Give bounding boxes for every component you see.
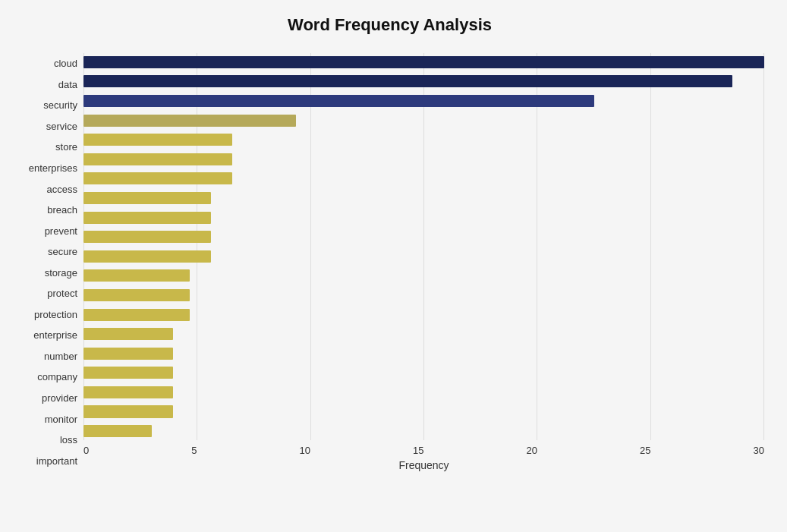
bar-row-protect	[83, 267, 764, 285]
y-label-number: number	[44, 346, 77, 367]
bar-company	[83, 348, 173, 360]
bar-security	[83, 95, 594, 107]
y-label-access: access	[47, 178, 77, 200]
chart-area: clouddatasecurityservicestoreenterprises…	[15, 53, 764, 471]
x-tick-30: 30	[754, 445, 764, 456]
bar-protection	[83, 289, 190, 301]
bar-row-security	[83, 92, 764, 110]
x-tick-25: 25	[640, 445, 650, 456]
chart-container: Word Frequency Analysis clouddatasecurit…	[0, 0, 787, 532]
bar-row-access	[83, 170, 764, 188]
bar-row-breach	[83, 189, 764, 207]
x-tick-15: 15	[413, 445, 423, 456]
bar-row-service	[83, 112, 764, 130]
bar-data	[83, 75, 732, 87]
bar-prevent	[83, 212, 211, 224]
bar-row-number	[83, 325, 764, 343]
y-label-cloud: cloud	[54, 53, 77, 74]
x-tick-0: 0	[83, 445, 89, 456]
y-label-protection: protection	[34, 304, 77, 326]
bar-row-storage	[83, 247, 764, 266]
bar-protect	[83, 269, 190, 282]
bar-row-provider	[83, 364, 764, 382]
bar-breach	[83, 192, 211, 204]
y-label-loss: loss	[60, 430, 77, 451]
y-label-breach: breach	[47, 200, 77, 221]
plot-area: 051015202530 Frequency	[83, 53, 764, 471]
chart-title: Word Frequency Analysis	[15, 15, 764, 35]
y-label-data: data	[58, 74, 77, 96]
bar-row-enterprise	[83, 306, 764, 324]
bar-row-important	[83, 422, 764, 440]
y-label-security: security	[43, 95, 77, 116]
grid-and-bars	[83, 53, 764, 440]
bar-enterprise	[83, 309, 190, 321]
y-axis: clouddatasecurityservicestoreenterprises…	[15, 53, 83, 471]
y-label-protect: protect	[47, 283, 77, 304]
y-label-service: service	[46, 116, 77, 137]
bar-row-secure	[83, 228, 764, 246]
bars-wrapper	[83, 53, 764, 440]
y-label-prevent: prevent	[45, 220, 77, 241]
bar-provider	[83, 367, 173, 379]
y-label-provider: provider	[42, 388, 77, 409]
bar-enterprises	[83, 153, 232, 165]
bar-loss	[83, 405, 173, 417]
y-label-important: important	[36, 450, 77, 471]
bar-row-prevent	[83, 209, 764, 227]
bar-row-store	[83, 131, 764, 149]
y-label-storage: storage	[45, 262, 77, 283]
y-label-company: company	[37, 367, 77, 388]
bar-row-data	[83, 73, 764, 91]
bar-service	[83, 115, 296, 127]
bar-important	[83, 425, 152, 437]
bar-row-enterprises	[83, 150, 764, 168]
bar-store	[83, 134, 232, 146]
bar-row-monitor	[83, 383, 764, 401]
y-label-enterprise: enterprise	[33, 325, 77, 346]
x-axis-label: Frequency	[83, 459, 764, 471]
x-tick-20: 20	[527, 445, 537, 456]
y-label-enterprises: enterprises	[29, 158, 77, 179]
bar-access	[83, 172, 232, 184]
bar-row-loss	[83, 403, 764, 421]
bar-secure	[83, 231, 211, 243]
y-label-secure: secure	[48, 241, 77, 263]
x-tick-5: 5	[191, 445, 197, 456]
bar-number	[83, 328, 173, 340]
x-axis: 051015202530	[83, 440, 764, 456]
y-label-store: store	[55, 137, 77, 158]
bar-row-protection	[83, 286, 764, 304]
bar-storage	[83, 250, 211, 263]
bar-row-company	[83, 345, 764, 363]
y-label-monitor: monitor	[45, 408, 77, 430]
bar-monitor	[83, 386, 173, 398]
bar-cloud	[83, 56, 764, 68]
bar-row-cloud	[83, 53, 764, 71]
x-tick-10: 10	[300, 445, 310, 456]
